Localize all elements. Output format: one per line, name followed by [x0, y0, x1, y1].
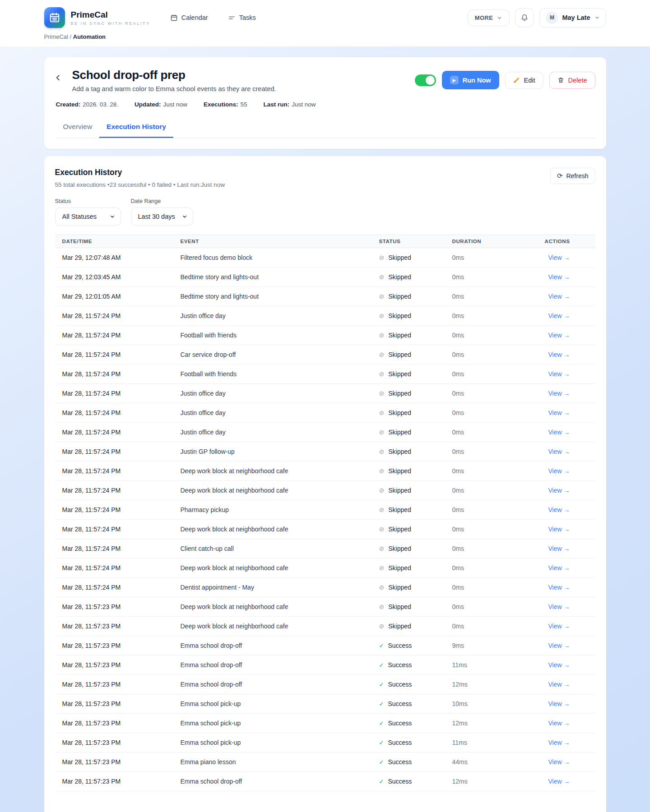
cell-datetime: Mar 28, 11:57:23 PM — [55, 752, 173, 772]
cell-datetime: Mar 28, 11:57:24 PM — [55, 423, 173, 442]
delete-label: Delete — [568, 77, 587, 84]
tabs: Overview Execution History — [56, 117, 595, 138]
view-link[interactable]: View → — [548, 467, 570, 475]
cell-actions: View → — [526, 384, 595, 403]
cell-actions: View → — [526, 442, 595, 461]
view-link[interactable]: View → — [548, 390, 570, 397]
status-label: Skipped — [388, 487, 411, 494]
view-link[interactable]: View → — [548, 681, 570, 688]
skipped-icon: ⊘ — [379, 332, 385, 339]
view-link[interactable]: View → — [548, 370, 570, 378]
view-link[interactable]: View → — [548, 429, 570, 436]
table-row: Mar 28, 11:57:24 PMDeep work block at ne… — [55, 461, 595, 481]
table-row: Mar 28, 11:57:23 PMEmma school drop-off✓… — [55, 636, 595, 655]
tab-execution-history[interactable]: Execution History — [99, 117, 173, 138]
brand-name: PrimeCal — [71, 10, 150, 20]
status-label: Success — [388, 758, 412, 766]
cell-event: Justin GP follow-up — [173, 442, 372, 461]
cell-datetime: Mar 28, 11:57:23 PM — [55, 655, 173, 675]
cell-datetime: Mar 28, 11:57:24 PM — [55, 306, 173, 326]
view-link[interactable]: View → — [548, 700, 570, 707]
toggle-knob — [426, 76, 435, 85]
view-link[interactable]: View → — [548, 720, 570, 727]
cell-status: ⊘Skipped — [372, 248, 445, 268]
view-link[interactable]: View → — [548, 739, 570, 746]
page-description: Add a tag and warm color to Emma school … — [72, 85, 415, 92]
status-filter-select[interactable]: All Statuses — [55, 208, 121, 226]
cell-duration: 12ms — [445, 675, 526, 694]
table-row: Mar 29, 12:01:05 AMBedtime story and lig… — [55, 287, 595, 306]
user-menu[interactable]: M May Late — [539, 8, 606, 28]
cell-status: ⊘Skipped — [372, 306, 445, 326]
skipped-icon: ⊘ — [379, 370, 385, 378]
view-link[interactable]: View → — [548, 506, 570, 513]
table-row: Mar 29, 12:03:45 AMBedtime story and lig… — [55, 268, 595, 287]
view-link[interactable]: View → — [548, 623, 570, 630]
status-label: Success — [388, 778, 412, 785]
avatar: M — [546, 12, 558, 24]
view-link[interactable]: View → — [548, 584, 570, 591]
main-nav: Calendar Tasks — [170, 14, 256, 22]
table-row: Mar 28, 11:57:24 PMJustin office day⊘Ski… — [55, 403, 595, 423]
notifications-button[interactable] — [515, 8, 534, 27]
nav-item-tasks[interactable]: Tasks — [228, 14, 256, 22]
view-link[interactable]: View → — [548, 293, 570, 300]
delete-button[interactable]: Delete — [549, 72, 595, 89]
cell-actions: View → — [526, 364, 595, 384]
cell-status: ⊘Skipped — [372, 481, 445, 500]
cell-actions: View → — [526, 345, 595, 364]
view-link[interactable]: View → — [548, 564, 570, 572]
execution-history-card: Execution History 55 total executions •2… — [44, 156, 606, 812]
cell-event: Dentist appointment - May — [173, 578, 372, 597]
cell-event: Deep work block at neighborhood cafe — [173, 481, 372, 500]
cell-event: Deep work block at neighborhood cafe — [173, 520, 372, 539]
cell-datetime: Mar 28, 11:57:24 PM — [55, 384, 173, 403]
view-link[interactable]: View → — [548, 254, 570, 261]
view-link[interactable]: View → — [548, 642, 570, 649]
view-link[interactable]: View → — [548, 487, 570, 494]
view-link[interactable]: View → — [548, 448, 570, 455]
view-link[interactable]: View → — [548, 526, 570, 533]
cell-datetime: Mar 28, 11:57:24 PM — [55, 520, 173, 539]
view-link[interactable]: View → — [548, 603, 570, 610]
chevron-down-icon — [594, 15, 600, 20]
view-link[interactable]: View → — [548, 545, 570, 552]
cell-duration: 0ms — [445, 403, 526, 423]
cell-status: ⊘Skipped — [372, 539, 445, 558]
status-label: Skipped — [388, 370, 411, 378]
view-link[interactable]: View → — [548, 312, 570, 319]
breadcrumb-root-link[interactable]: PrimeCal — [44, 33, 68, 40]
refresh-icon: ⟳ — [557, 172, 563, 180]
tab-overview[interactable]: Overview — [56, 117, 100, 138]
cell-status: ✓Success — [372, 694, 445, 714]
skipped-icon: ⊘ — [379, 390, 385, 397]
view-link[interactable]: View → — [548, 273, 570, 281]
cell-datetime: Mar 29, 12:03:45 AM — [55, 268, 173, 287]
chevron-down-icon — [497, 15, 502, 21]
back-button[interactable]: ‹ — [56, 71, 68, 83]
view-link[interactable]: View → — [548, 332, 570, 339]
cell-actions: View → — [526, 403, 595, 423]
run-now-button[interactable]: ▶ Run Now — [442, 71, 499, 89]
nav-item-calendar[interactable]: Calendar — [170, 14, 208, 22]
enabled-toggle[interactable] — [415, 74, 436, 86]
date-range-filter-select[interactable]: Last 30 days — [131, 208, 193, 226]
skipped-icon: ⊘ — [379, 409, 385, 416]
skipped-icon: ⊘ — [379, 254, 385, 261]
view-link[interactable]: View → — [548, 409, 570, 416]
refresh-button[interactable]: ⟳ Refresh — [550, 168, 595, 184]
breadcrumb: PrimeCal / Automation — [44, 31, 606, 46]
view-link[interactable]: View → — [548, 758, 570, 766]
edit-button[interactable]: Edit — [505, 72, 543, 89]
status-label: Success — [388, 661, 412, 669]
cell-duration: 0ms — [445, 287, 526, 306]
column-actions: ACTIONS — [526, 235, 595, 248]
table-row: Mar 28, 11:57:24 PMPharmacy pickup⊘Skipp… — [55, 500, 595, 520]
view-link[interactable]: View → — [548, 778, 570, 785]
more-button[interactable]: MORE — [468, 9, 510, 26]
view-link[interactable]: View → — [548, 661, 570, 669]
view-link[interactable]: View → — [548, 351, 570, 358]
cell-status: ✓Success — [372, 772, 445, 791]
skipped-icon: ⊘ — [379, 584, 385, 591]
cell-actions: View → — [526, 617, 595, 636]
